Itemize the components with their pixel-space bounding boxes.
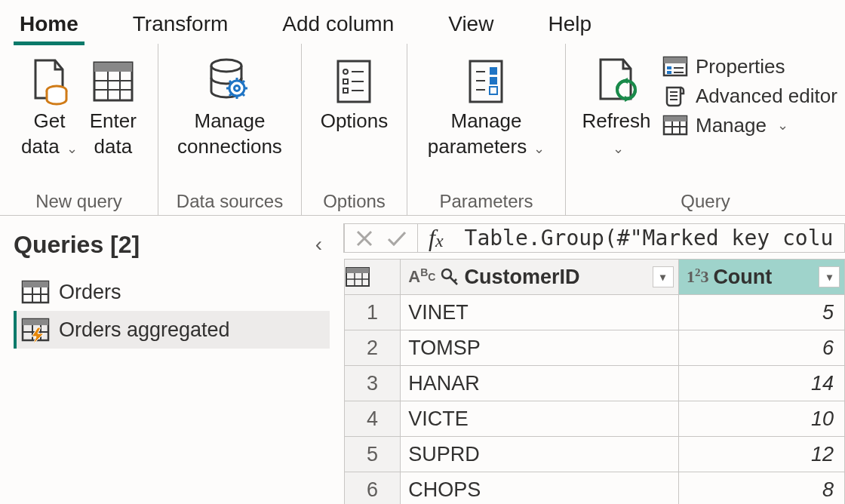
ribbon-group-data-sources: Manage connections Data sources [158, 44, 302, 215]
cell-count[interactable]: 14 [678, 366, 844, 401]
manage-connections-label-1: Manage [195, 109, 266, 134]
advanced-editor-button[interactable]: Advanced editor [662, 83, 837, 109]
ribbon-group-title-parameters: Parameters [410, 188, 562, 214]
column-filter-button[interactable]: ▾ [653, 266, 674, 287]
svg-rect-29 [490, 67, 497, 75]
manage-parameters-label-2: parameters [428, 135, 527, 158]
svg-point-7 [211, 60, 241, 72]
manage-query-label: Manage [696, 114, 767, 137]
ribbon-group-title-new-query: New query [3, 188, 155, 214]
cell-customerid[interactable]: HANAR [401, 366, 679, 401]
select-all-corner[interactable] [345, 260, 401, 295]
tab-transform[interactable]: Transform [127, 5, 235, 44]
cell-count[interactable]: 8 [678, 472, 844, 505]
enter-data-label-1: Enter [90, 109, 137, 134]
manage-connections-button[interactable]: Manage connections [171, 51, 288, 163]
svg-rect-49 [23, 281, 48, 287]
row-number: 5 [345, 437, 401, 472]
column-name: CustomerID [464, 266, 579, 289]
cell-customerid[interactable]: SUPRD [401, 437, 679, 472]
svg-rect-37 [667, 71, 671, 74]
properties-button[interactable]: Properties [662, 54, 837, 78]
parameters-doc-icon [466, 54, 506, 109]
cell-count[interactable]: 6 [678, 330, 844, 366]
queries-title: Queries [2] [14, 231, 140, 259]
refresh-button[interactable]: Refresh ⌄ [575, 51, 658, 163]
enter-data-label-2: data [94, 134, 133, 160]
ribbon-group-title-options: Options [305, 188, 404, 214]
cancel-formula-button[interactable] [354, 228, 375, 249]
table-row[interactable]: 6 CHOPS 8 [345, 472, 845, 505]
chevron-down-icon: ⌄ [613, 141, 624, 156]
cell-customerid[interactable]: CHOPS [401, 472, 679, 505]
chevron-down-icon: ⌄ [63, 141, 78, 156]
table-icon [21, 279, 50, 305]
ribbon-group-query: Refresh ⌄ Properties [566, 44, 845, 215]
svg-rect-54 [23, 319, 48, 325]
chevron-down-icon: ⌄ [777, 117, 788, 134]
cell-count[interactable]: 10 [678, 401, 844, 437]
svg-rect-62 [346, 268, 369, 273]
table-row[interactable]: 4 VICTE 10 [345, 401, 845, 437]
ribbon-group-title-data-sources: Data sources [161, 188, 298, 214]
table-icon [345, 266, 370, 288]
table-row[interactable]: 1 VINET 5 [345, 295, 845, 330]
row-number: 3 [345, 366, 401, 401]
refresh-icon [590, 54, 643, 109]
tab-home[interactable]: Home [14, 5, 84, 44]
cell-count[interactable]: 5 [678, 295, 844, 330]
table-row[interactable]: 3 HANAR 14 [345, 366, 845, 401]
options-label: Options [321, 109, 389, 134]
fx-label[interactable]: fx [418, 223, 454, 253]
file-db-icon [28, 54, 70, 109]
ribbon: Get data ⌄ Enter data New qu [0, 44, 845, 216]
column-filter-button[interactable]: ▾ [819, 266, 840, 287]
svg-rect-36 [667, 66, 671, 69]
cell-count[interactable]: 12 [678, 437, 844, 472]
formula-bar: fx Table.Group(#"Marked key colu [343, 223, 845, 253]
query-item-label: Orders aggregated [59, 318, 230, 342]
refresh-label: Refresh [582, 109, 650, 134]
formula-input[interactable]: Table.Group(#"Marked key colu [454, 223, 845, 253]
table-row[interactable]: 5 SUPRD 12 [345, 437, 845, 472]
chevron-down-icon: ⌄ [530, 141, 545, 156]
text-type-icon: ABC [408, 267, 435, 287]
table-lightning-icon [21, 317, 50, 343]
row-number: 1 [345, 295, 401, 330]
svg-line-68 [454, 279, 456, 281]
manage-query-button[interactable]: Manage ⌄ [662, 113, 837, 137]
key-icon [440, 267, 459, 287]
cell-customerid[interactable]: VICTE [401, 401, 679, 437]
queries-pane: Queries [2] ‹ Orders Order [0, 216, 343, 504]
cell-customerid[interactable]: VINET [401, 295, 679, 330]
tab-help[interactable]: Help [542, 5, 598, 44]
query-item-orders[interactable]: Orders [14, 273, 330, 311]
query-item-orders-aggregated[interactable]: Orders aggregated [14, 311, 330, 349]
tab-add-column[interactable]: Add column [276, 5, 400, 44]
number-type-icon: 123 [687, 267, 709, 287]
enter-data-button[interactable]: Enter data [84, 51, 143, 163]
manage-parameters-button[interactable]: Manage parameters ⌄ [422, 51, 552, 163]
column-header-count[interactable]: 123 Count ▾ [678, 260, 844, 295]
main-pane: fx Table.Group(#"Marked key colu [343, 216, 845, 504]
advanced-editor-label: Advanced editor [696, 85, 837, 108]
svg-point-19 [343, 69, 348, 74]
tab-view[interactable]: View [442, 5, 499, 44]
accept-formula-button[interactable] [386, 228, 408, 249]
get-data-label-2: data [21, 135, 60, 158]
content-split: Queries [2] ‹ Orders Order [0, 216, 845, 504]
ribbon-group-title-query: Query [569, 188, 842, 214]
manage-connections-label-2: connections [177, 134, 282, 160]
svg-rect-44 [664, 116, 687, 121]
row-number: 4 [345, 401, 401, 437]
properties-label: Properties [696, 55, 785, 78]
options-button[interactable]: Options [315, 51, 395, 163]
table-icon [662, 113, 688, 137]
get-data-button[interactable]: Get data ⌄ [15, 51, 84, 163]
collapse-queries-button[interactable]: ‹ [308, 229, 330, 260]
column-header-customerid[interactable]: ABC CustomerID ▾ [401, 260, 679, 295]
svg-rect-20 [343, 79, 348, 84]
options-list-icon [335, 54, 373, 109]
cell-customerid[interactable]: TOMSP [401, 330, 679, 366]
table-row[interactable]: 2 TOMSP 6 [345, 330, 845, 366]
